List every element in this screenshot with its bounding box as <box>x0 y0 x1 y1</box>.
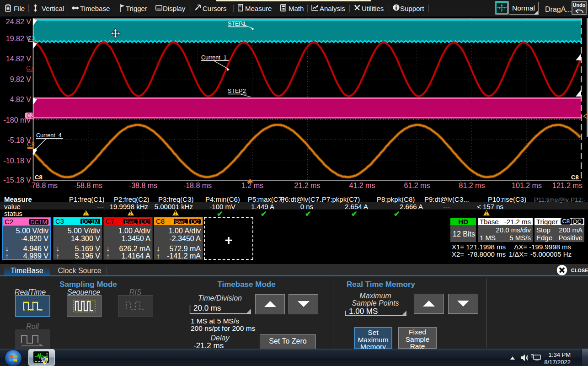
svg-text:4.82 V: 4.82 V <box>10 96 32 103</box>
svg-text:24.82 V: 24.82 V <box>6 18 31 26</box>
svg-text:9.82 V: 9.82 V <box>10 75 32 83</box>
svg-text:41.2 ms: 41.2 ms <box>349 182 375 189</box>
svg-text:-58.8 ms: -58.8 ms <box>74 182 102 189</box>
svg-text:C8: C8 <box>571 174 579 181</box>
svg-text:STEP2: STEP2 <box>228 88 246 94</box>
svg-text:1.2 ms: 1.2 ms <box>241 182 263 189</box>
svg-text:-180 mV: -180 mV <box>4 116 32 124</box>
svg-text:C7: C7 <box>26 65 34 71</box>
svg-text:C8: C8 <box>35 174 43 181</box>
svg-text:19.82 V: 19.82 V <box>6 35 31 43</box>
svg-text:14.82 V: 14.82 V <box>6 55 31 63</box>
svg-text:-38.8 ms: -38.8 ms <box>129 182 157 189</box>
svg-text:-10.18 V: -10.18 V <box>4 157 32 165</box>
svg-text:21.2 ms: 21.2 ms <box>294 182 321 189</box>
svg-text:-78.8 ms: -78.8 ms <box>29 182 58 189</box>
svg-text:-5.18 V: -5.18 V <box>7 136 31 144</box>
svg-text:Current_4: Current_4 <box>36 132 62 139</box>
svg-text:-15.18 V: -15.18 V <box>4 176 32 184</box>
svg-text:Current_1: Current_1 <box>201 54 227 61</box>
svg-text:81.2 ms: 81.2 ms <box>459 182 485 189</box>
svg-text:STEP1: STEP1 <box>228 21 246 27</box>
svg-text:121.2 ms: 121.2 ms <box>552 182 583 189</box>
svg-text:61.2 ms: 61.2 ms <box>404 182 430 189</box>
svg-text:-18.8 ms: -18.8 ms <box>183 182 212 189</box>
svg-text:101.2 ms: 101.2 ms <box>512 182 542 189</box>
